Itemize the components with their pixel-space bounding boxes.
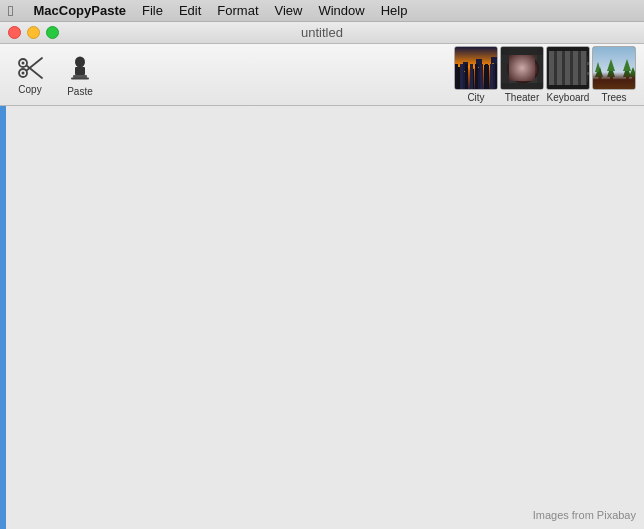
toolbar-left: Copy Paste (8, 48, 104, 101)
trees-thumbnail-image (592, 46, 636, 90)
main-content: Images from Pixabay (0, 106, 644, 529)
svg-rect-42 (577, 62, 581, 65)
title-bar: untitled (0, 22, 644, 44)
svg-rect-31 (557, 57, 561, 60)
svg-rect-51 (561, 72, 565, 75)
svg-rect-35 (577, 57, 581, 60)
svg-point-27 (515, 63, 531, 75)
svg-rect-18 (464, 71, 466, 72)
left-indicator (3, 106, 6, 529)
menu-item-help[interactable]: Help (373, 2, 416, 19)
trees-label: Trees (601, 92, 626, 103)
menu-item-file[interactable]: File (134, 2, 171, 19)
svg-point-2 (22, 72, 25, 75)
stamp-icon (64, 52, 96, 84)
copy-button[interactable]: Copy (8, 50, 52, 99)
svg-line-5 (27, 66, 43, 79)
svg-rect-73 (632, 77, 635, 80)
svg-rect-12 (463, 62, 468, 90)
svg-rect-59 (581, 77, 587, 80)
svg-rect-54 (576, 72, 580, 75)
svg-rect-71 (626, 77, 629, 80)
theater-label: Theater (505, 92, 539, 103)
svg-rect-7 (75, 67, 85, 75)
svg-rect-15 (484, 65, 489, 90)
svg-line-4 (27, 58, 43, 71)
thumbnail-keyboard[interactable]: Keyboard (546, 46, 590, 103)
thumbnail-theater[interactable]: Theater (500, 46, 544, 103)
svg-rect-46 (564, 67, 568, 70)
minimize-button[interactable] (27, 26, 40, 39)
svg-rect-68 (610, 77, 613, 80)
window-title: untitled (301, 25, 343, 40)
thumbnail-city[interactable]: City (454, 46, 498, 103)
paste-label: Paste (67, 86, 93, 97)
watermark-text: Images from Pixabay (533, 509, 636, 521)
svg-rect-11 (457, 67, 461, 90)
menu-item-edit[interactable]: Edit (171, 2, 209, 19)
svg-point-22 (507, 55, 539, 83)
svg-rect-17 (456, 75, 458, 76)
svg-rect-38 (557, 62, 561, 65)
maximize-button[interactable] (46, 26, 59, 39)
svg-rect-16 (491, 57, 497, 90)
menu-bar:  MacCopyPaste File Edit Format View Win… (0, 0, 644, 22)
svg-rect-25 (501, 47, 509, 90)
city-thumbnail-image (454, 46, 498, 90)
svg-rect-32 (562, 57, 566, 60)
city-label: City (467, 92, 484, 103)
svg-rect-10 (455, 47, 498, 90)
svg-rect-65 (599, 77, 602, 80)
menu-item-view[interactable]: View (267, 2, 311, 19)
svg-rect-30 (552, 57, 556, 60)
svg-rect-52 (566, 72, 570, 75)
svg-rect-29 (550, 55, 588, 83)
svg-rect-14 (476, 59, 482, 90)
svg-rect-41 (572, 62, 576, 65)
scissors-icon (16, 54, 44, 82)
menu-item-app[interactable]: MacCopyPaste (25, 2, 133, 19)
svg-rect-53 (571, 72, 575, 75)
svg-rect-26 (537, 47, 544, 90)
paste-button[interactable]: Paste (56, 48, 104, 101)
svg-rect-19 (477, 67, 479, 68)
svg-rect-55 (581, 72, 589, 75)
keyboard-thumbnail-image (546, 46, 590, 90)
menu-item-format[interactable]: Format (209, 2, 266, 19)
svg-rect-57 (559, 77, 565, 80)
svg-rect-48 (574, 67, 578, 70)
svg-rect-20 (492, 63, 494, 64)
toolbar: Copy Paste (0, 44, 644, 106)
svg-point-3 (22, 62, 25, 65)
copy-label: Copy (18, 84, 41, 95)
svg-rect-58 (566, 77, 580, 80)
svg-rect-39 (562, 62, 566, 65)
svg-point-6 (75, 57, 85, 68)
keyboard-label: Keyboard (547, 92, 590, 103)
svg-rect-43 (582, 62, 590, 65)
svg-rect-56 (552, 77, 558, 80)
svg-rect-40 (567, 62, 571, 65)
menu-item-window[interactable]: Window (310, 2, 372, 19)
apple-menu-icon[interactable]:  (8, 2, 13, 19)
svg-rect-45 (559, 67, 563, 70)
svg-rect-28 (547, 47, 590, 90)
svg-rect-34 (572, 57, 576, 60)
svg-rect-44 (552, 67, 558, 70)
svg-rect-49 (579, 67, 583, 70)
svg-rect-61 (593, 79, 636, 90)
svg-rect-37 (552, 62, 556, 65)
svg-rect-13 (470, 69, 474, 90)
thumbnail-trees[interactable]: Trees (592, 46, 636, 103)
svg-rect-36 (582, 57, 586, 60)
toolbar-thumbnails: City (454, 46, 636, 103)
svg-rect-50 (552, 72, 560, 75)
close-button[interactable] (8, 26, 21, 39)
svg-rect-9 (71, 78, 89, 80)
window-controls (8, 26, 59, 39)
theater-thumbnail-image (500, 46, 544, 90)
svg-rect-47 (569, 67, 573, 70)
svg-rect-33 (567, 57, 571, 60)
